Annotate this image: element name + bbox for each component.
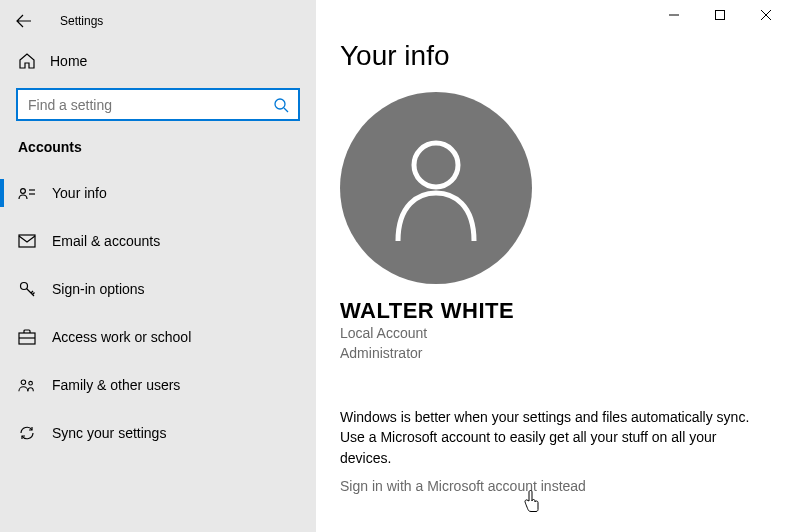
sidebar: Settings Home Accounts Your info Email &… bbox=[0, 0, 316, 532]
titlebar-left: Settings bbox=[0, 0, 316, 42]
nav-item-signin-options[interactable]: Sign-in options bbox=[0, 265, 316, 313]
svg-line-1 bbox=[284, 108, 288, 112]
section-title: Accounts bbox=[0, 135, 316, 169]
person-card-icon bbox=[18, 184, 36, 202]
nav-item-label: Your info bbox=[52, 185, 107, 201]
home-icon bbox=[18, 52, 36, 70]
mail-icon bbox=[18, 232, 36, 250]
people-icon bbox=[18, 376, 36, 394]
person-icon bbox=[386, 133, 486, 243]
back-button[interactable] bbox=[12, 9, 36, 33]
nav-item-access-work-school[interactable]: Access work or school bbox=[0, 313, 316, 361]
nav-home-label: Home bbox=[50, 53, 87, 69]
nav-item-label: Access work or school bbox=[52, 329, 191, 345]
back-arrow-icon bbox=[16, 13, 32, 29]
page-title: Your info bbox=[340, 40, 765, 72]
nav-item-family-users[interactable]: Family & other users bbox=[0, 361, 316, 409]
user-name: WALTER WHITE bbox=[340, 298, 765, 324]
promo-line1: Windows is better when your settings and… bbox=[340, 409, 749, 425]
promo-text: Windows is better when your settings and… bbox=[340, 407, 765, 468]
minimize-icon bbox=[669, 10, 679, 20]
nav-item-label: Sign-in options bbox=[52, 281, 145, 297]
maximize-button[interactable] bbox=[697, 0, 743, 30]
svg-point-9 bbox=[21, 380, 26, 385]
account-role: Administrator bbox=[340, 344, 765, 364]
nav-item-sync-settings[interactable]: Sync your settings bbox=[0, 409, 316, 457]
svg-rect-5 bbox=[19, 235, 35, 247]
avatar bbox=[340, 92, 532, 284]
window-title: Settings bbox=[60, 14, 103, 28]
svg-point-10 bbox=[29, 381, 33, 385]
nav-item-label: Family & other users bbox=[52, 377, 180, 393]
signin-microsoft-link[interactable]: Sign in with a Microsoft account instead bbox=[340, 478, 586, 494]
minimize-button[interactable] bbox=[651, 0, 697, 30]
search-input[interactable] bbox=[26, 96, 272, 114]
svg-point-2 bbox=[21, 189, 26, 194]
account-type: Local Account bbox=[340, 324, 765, 344]
briefcase-icon bbox=[18, 328, 36, 346]
svg-point-0 bbox=[275, 99, 285, 109]
nav-item-your-info[interactable]: Your info bbox=[0, 169, 316, 217]
svg-point-15 bbox=[414, 143, 458, 187]
close-button[interactable] bbox=[743, 0, 789, 30]
nav-item-label: Email & accounts bbox=[52, 233, 160, 249]
promo-line2: Use a Microsoft account to easily get al… bbox=[340, 429, 716, 465]
nav-home[interactable]: Home bbox=[0, 42, 316, 80]
maximize-icon bbox=[715, 10, 725, 20]
close-icon bbox=[761, 10, 771, 20]
window-controls bbox=[651, 0, 789, 30]
svg-point-6 bbox=[21, 283, 28, 290]
nav-item-email-accounts[interactable]: Email & accounts bbox=[0, 217, 316, 265]
search-icon bbox=[272, 96, 290, 114]
nav-item-label: Sync your settings bbox=[52, 425, 166, 441]
search-box[interactable] bbox=[16, 88, 300, 121]
sync-icon bbox=[18, 424, 36, 442]
key-icon bbox=[18, 280, 36, 298]
main-content: Your info WALTER WHITE Local Account Adm… bbox=[316, 0, 789, 532]
svg-rect-12 bbox=[716, 11, 725, 20]
